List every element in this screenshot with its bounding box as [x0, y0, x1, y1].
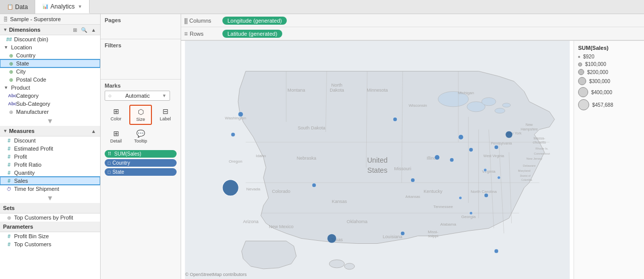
- meas-item-profit-ratio[interactable]: # Profit Ratio: [0, 161, 100, 169]
- dot-north-carolina[interactable]: [484, 193, 488, 197]
- dimensions-grid-view-button[interactable]: ⊞: [72, 27, 78, 33]
- wv-label: West Virginia: [484, 154, 504, 158]
- dim-item-location[interactable]: ▼ Location: [0, 43, 100, 51]
- legend-panel: SUM(Sales) $920 $100,000 $200,000: [574, 41, 644, 279]
- columns-pill[interactable]: Longitude (generated): [222, 17, 287, 25]
- legend-value-0: $920: [583, 54, 594, 59]
- dot-washington[interactable]: [238, 112, 243, 117]
- rows-pill[interactable]: Latitude (generated): [222, 30, 282, 38]
- dim-label-category: Category: [16, 93, 39, 99]
- marks-detail-button[interactable]: ⊞ Detail: [105, 127, 127, 146]
- dim-icon-postal-code: ⊕: [8, 77, 14, 83]
- marks-color-button[interactable]: ⊞ Color: [105, 105, 127, 125]
- meas-item-estimated-profit[interactable]: # Estimated Profit: [0, 145, 100, 153]
- dot-pennsylvania[interactable]: [494, 145, 498, 149]
- set-item-top-customers[interactable]: ⊕ Top Customers by Profit: [0, 214, 100, 222]
- dim-item-state[interactable]: ⊕ State: [0, 59, 100, 67]
- sets-section-header[interactable]: Sets: [0, 203, 100, 214]
- dot-florida[interactable]: [494, 249, 498, 253]
- right-area: ||| Columns Longitude (generated) ≡ Rows…: [181, 14, 644, 279]
- dim-label-postal-code: Postal Code: [16, 77, 46, 83]
- measures-collapse-button[interactable]: ▲: [90, 128, 97, 134]
- alabama-label: Alabama: [440, 222, 456, 227]
- dim-icon-location-expand: ▼: [3, 45, 9, 50]
- dot-louisiana[interactable]: [400, 231, 405, 235]
- dot-michigan[interactable]: [458, 134, 463, 140]
- param-icon-profit-bin-size: #: [6, 234, 12, 239]
- dim-item-discount-bin[interactable]: ## Discount (bin): [0, 35, 100, 43]
- marks-size-button[interactable]: ⬡ Size: [129, 105, 152, 125]
- measures-scroll-down[interactable]: ▼: [0, 193, 100, 203]
- dot-ohio[interactable]: [469, 148, 473, 152]
- marks-label-button[interactable]: ⊟ Label: [154, 105, 177, 125]
- legend-value-5: $457,688: [592, 102, 613, 108]
- marks-pill-country[interactable]: □ Country: [105, 159, 177, 167]
- marks-label: Marks: [105, 83, 177, 89]
- montana-label: Montana: [287, 88, 305, 93]
- dim-item-country[interactable]: ⊕ Country: [0, 51, 100, 59]
- dot-missouri[interactable]: [411, 178, 415, 182]
- legend-item-4: $400,000: [578, 87, 640, 97]
- dimensions-search-button[interactable]: 🔍: [80, 27, 88, 33]
- marks-tooltip-icon: 💬: [136, 129, 145, 137]
- marks-tooltip-button[interactable]: 💬 Tooltip: [129, 127, 152, 146]
- dim-icon-city: ⊕: [8, 69, 14, 75]
- parameters-section-header[interactable]: Parameters: [0, 222, 100, 232]
- tab-analytics[interactable]: 📊 Analytics ▼: [35, 0, 90, 14]
- dot-colorado[interactable]: [312, 183, 316, 187]
- marks-pills-list: ⠿ SUM(Sales) □ Country □ State: [105, 150, 177, 176]
- kansas-label: Kansas: [332, 199, 347, 204]
- dim-item-postal-code[interactable]: ⊕ Postal Code: [0, 76, 100, 84]
- dim-item-product[interactable]: ▼ Product: [0, 84, 100, 92]
- dot-california[interactable]: [222, 180, 238, 196]
- legend-dot-1: [578, 62, 582, 66]
- meas-item-discount[interactable]: # Discount: [0, 136, 100, 145]
- marks-pill-sum-sales[interactable]: ⠿ SUM(Sales): [105, 150, 177, 158]
- meas-label-discount: Discount: [14, 137, 36, 144]
- dot-tennessee[interactable]: [459, 196, 462, 199]
- dot-georgia[interactable]: [469, 212, 472, 215]
- meas-icon-discount: #: [6, 138, 12, 144]
- dim-item-category[interactable]: Abc Category: [0, 92, 100, 100]
- dimensions-section-header[interactable]: ▼ Dimensions ⊞ 🔍 ▲: [0, 25, 100, 35]
- dim-item-manufacturer[interactable]: ⊕ Manufacturer: [0, 108, 100, 116]
- dot-oregon[interactable]: [231, 132, 235, 136]
- dim-label-manufacturer: Manufacturer: [16, 109, 49, 115]
- dot-texas[interactable]: [327, 234, 336, 243]
- dim-item-city[interactable]: ⊕ City: [0, 67, 100, 76]
- meas-item-profit[interactable]: # Profit: [0, 153, 100, 161]
- columns-shelf-label: ||| Columns: [184, 17, 219, 24]
- set-label-top-customers: Top Customers by Profit: [14, 215, 73, 221]
- marks-pill-state[interactable]: □ State: [105, 168, 177, 176]
- dot-indiana[interactable]: [450, 158, 454, 162]
- tab-data[interactable]: 📋 Data: [0, 0, 35, 14]
- param-item-profit-bin-size[interactable]: # Profit Bin Size: [0, 232, 100, 240]
- pages-label: Pages: [105, 17, 177, 23]
- dimensions-scroll-down[interactable]: ▼: [0, 116, 100, 126]
- dim-item-sub-category[interactable]: Abc Sub-Category: [0, 100, 100, 108]
- wi-label: Wisconsin: [409, 103, 427, 108]
- marks-size-label: Size: [136, 117, 145, 122]
- dot-minnesota[interactable]: [393, 117, 397, 121]
- dot-new-york[interactable]: [506, 131, 513, 138]
- legend-dot-4: [578, 87, 588, 97]
- dot-illinois[interactable]: [435, 155, 440, 160]
- dim-label-product: Product: [11, 85, 30, 91]
- marks-dropdown[interactable]: ○ Automatic ▼: [105, 91, 170, 101]
- meas-item-sales[interactable]: # Sales: [0, 177, 100, 185]
- arkansas-label: Arkansas: [406, 195, 421, 198]
- dot-virginia[interactable]: [498, 176, 501, 179]
- meas-icon-profit: #: [6, 154, 12, 160]
- dot-west-virginia[interactable]: [484, 169, 487, 172]
- dimensions-toggle-icon: ▼: [3, 27, 8, 32]
- marks-label-label: Label: [159, 116, 171, 121]
- marks-pill-country-icon: □: [108, 161, 110, 166]
- param-item-top-customers[interactable]: # Top Customers: [0, 240, 100, 248]
- dim-label-location: Location: [11, 44, 32, 50]
- dim-icon-discount-bin: ##: [6, 37, 12, 42]
- measures-section-header[interactable]: ▼ Measures ▲: [0, 126, 100, 136]
- dimensions-collapse-button[interactable]: ▲: [90, 27, 97, 33]
- meas-item-time-for-shipment[interactable]: ⏱ Time for Shipment: [0, 185, 100, 193]
- meas-item-quantity[interactable]: # Quantity: [0, 169, 100, 177]
- datasource-name: Sample - Superstore: [10, 16, 97, 22]
